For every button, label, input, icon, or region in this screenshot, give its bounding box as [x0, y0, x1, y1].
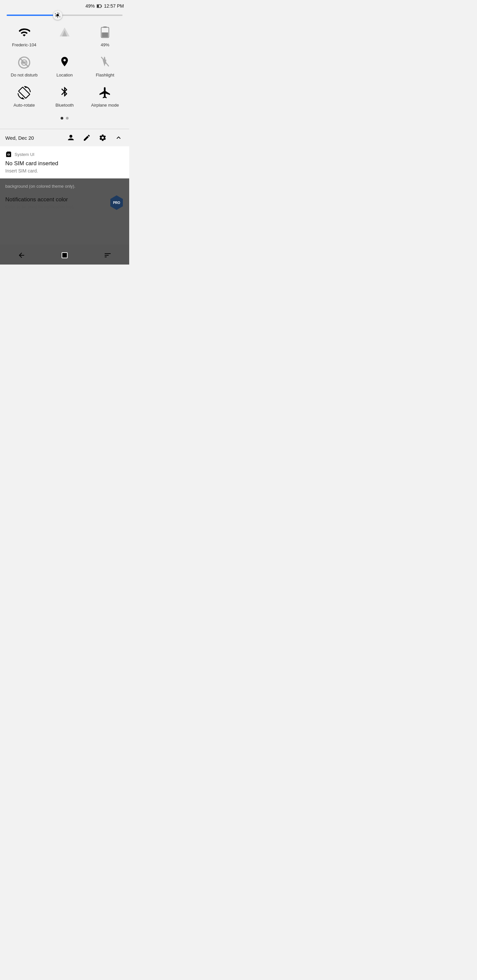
edit-icon-btn[interactable] — [81, 132, 92, 143]
date-label: Wed, Dec 20 — [5, 135, 65, 141]
brightness-row — [0, 11, 129, 22]
brightness-icon — [55, 12, 61, 18]
home-button[interactable] — [59, 249, 70, 261]
collapse-icon — [115, 134, 123, 142]
wifi-tile[interactable]: Frederic-104 — [8, 25, 41, 47]
partial-text: background (on colored theme only). — [5, 184, 124, 189]
accent-color-body: Color to be used for notification text. — [5, 204, 74, 209]
wifi-icon — [17, 25, 32, 40]
svg-rect-4 — [103, 27, 107, 28]
dnd-label: Do not disturb — [11, 73, 38, 78]
brightness-fill — [6, 14, 57, 16]
flashlight-label: Flashlight — [96, 73, 114, 78]
autorotate-tile[interactable]: Auto-rotate — [8, 86, 41, 108]
location-icon — [57, 55, 72, 70]
brightness-slider[interactable] — [6, 14, 123, 16]
home-icon — [61, 251, 69, 259]
dnd-icon — [17, 55, 32, 70]
battery-tile-icon — [98, 25, 112, 40]
notification-panel: System UI No SIM card inserted Insert SI… — [0, 146, 129, 178]
tile-row-3: Auto-rotate Bluetooth Airplane mode — [4, 86, 125, 108]
svg-rect-1 — [97, 5, 99, 7]
dot-1 — [61, 117, 63, 119]
dot-2 — [66, 117, 69, 119]
autorotate-icon — [17, 86, 32, 100]
dnd-tile[interactable]: Do not disturb — [8, 55, 41, 78]
status-bar: 49% 12:57 PM — [0, 0, 129, 11]
settings-icon — [99, 134, 107, 142]
back-button[interactable] — [16, 249, 27, 261]
bottom-icons — [65, 132, 124, 143]
user-icon — [67, 134, 75, 142]
notif-body: Insert SIM card. — [5, 168, 124, 173]
battery-percent: 49% — [85, 3, 95, 9]
time: 12:57 PM — [104, 3, 124, 9]
airplane-icon — [98, 86, 112, 100]
signal-icon — [57, 25, 72, 40]
airplane-tile[interactable]: Airplane mode — [88, 86, 121, 108]
collapse-icon-btn[interactable] — [113, 132, 124, 143]
accent-color-title: Notifications accent color — [5, 196, 74, 203]
accent-color-text: Notifications accent color Color to be u… — [5, 196, 74, 209]
nav-bar — [0, 245, 129, 264]
flashlight-icon — [98, 55, 112, 70]
bluetooth-icon — [57, 86, 72, 100]
svg-rect-12 — [62, 253, 67, 258]
edit-icon — [83, 134, 91, 142]
battery-icon — [97, 4, 102, 8]
page-dots — [4, 116, 125, 125]
bluetooth-label: Bluetooth — [56, 103, 74, 108]
wifi-label: Frederic-104 — [12, 42, 37, 47]
user-icon-btn[interactable] — [65, 132, 76, 143]
back-icon — [18, 251, 26, 259]
notif-app-name: System UI — [14, 152, 34, 157]
settings-icon-btn[interactable] — [97, 132, 108, 143]
location-tile[interactable]: Location — [48, 55, 81, 78]
recents-button[interactable] — [102, 249, 113, 261]
tile-row-2: Do not disturb Location Flashlight — [4, 55, 125, 78]
accent-color-row[interactable]: Notifications accent color Color to be u… — [5, 195, 124, 210]
notif-title: No SIM card inserted — [5, 160, 124, 167]
tile-row-1: Frederic-104 — [4, 25, 125, 47]
battery-tile[interactable]: 49% — [88, 25, 121, 47]
battery-tile-label: 49% — [101, 42, 109, 47]
bluetooth-tile[interactable]: Bluetooth — [48, 86, 81, 108]
brightness-thumb[interactable] — [53, 11, 62, 20]
signal-tile[interactable] — [48, 25, 81, 47]
quick-tiles: Frederic-104 — [0, 22, 129, 129]
sim-icon — [5, 151, 12, 158]
notif-header: System UI — [5, 151, 124, 158]
location-label: Location — [56, 73, 73, 78]
autorotate-label: Auto-rotate — [14, 103, 35, 108]
recents-icon — [104, 251, 112, 259]
date-bar: Wed, Dec 20 — [0, 129, 129, 146]
svg-rect-5 — [102, 32, 108, 37]
dimmed-area: background (on colored theme only). Noti… — [0, 178, 129, 245]
svg-rect-2 — [101, 5, 102, 6]
airplane-label: Airplane mode — [91, 103, 119, 108]
pro-badge: PRO — [109, 195, 124, 210]
flashlight-tile[interactable]: Flashlight — [88, 55, 121, 78]
